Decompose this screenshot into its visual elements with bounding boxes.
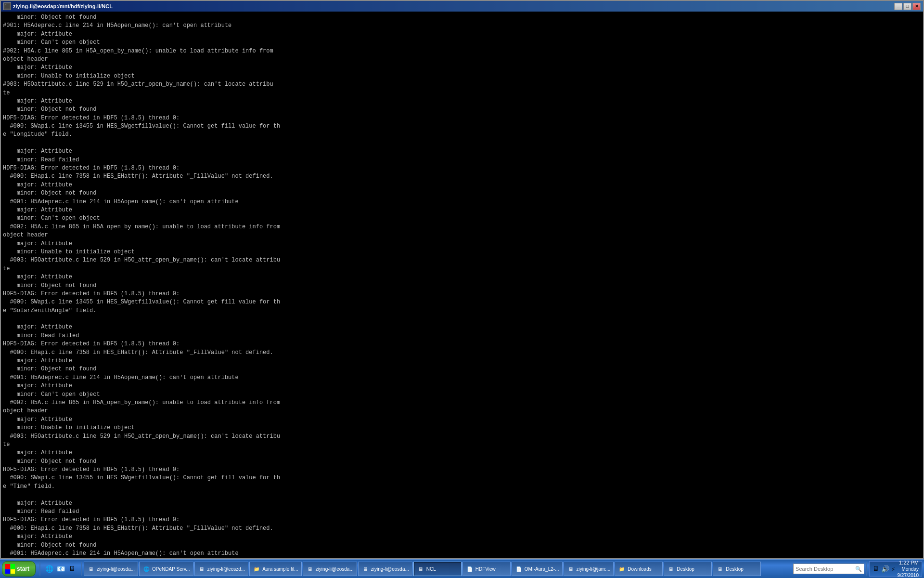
separator-2: [81, 562, 82, 576]
taskbar-item-label: ziying-li@jam:...: [577, 566, 611, 572]
window-title: ziying-li@eosdap:/mnt/hdf/ziying-li/NCL: [13, 3, 113, 9]
clock-time: 1:22 PM: [898, 559, 919, 566]
ql-desktop-icon[interactable]: 🖥: [67, 564, 77, 574]
title-bar-buttons: _ □ ✕: [894, 3, 921, 10]
tray-sound-icon[interactable]: 🔊: [881, 565, 889, 573]
taskbar-item-label: ziying-li@eosda...: [97, 566, 135, 572]
separator-1: [39, 562, 40, 576]
taskbar-item-hdf[interactable]: 📄HDFView: [462, 562, 511, 576]
taskbar-item-label: NCL: [426, 566, 436, 572]
taskbar-item-icon: 🖥: [716, 565, 724, 573]
taskbar-item-icon: 📁: [253, 565, 260, 573]
taskbar-item-icon: 📁: [618, 565, 626, 573]
tray-icons: 🖥 🔊 ⚡: [873, 565, 895, 573]
taskbar-item-term2[interactable]: 🖥ziying-li@eoszd...: [194, 562, 249, 576]
search-icon[interactable]: 🔍: [855, 566, 862, 572]
taskbar-item-label: ziying-li@eosda...: [316, 566, 354, 572]
taskbar-item-label: ziying-li@eosda...: [371, 566, 409, 572]
taskbar-item-label: Aura sample fil...: [262, 566, 298, 572]
taskbar-item-icon: 📄: [515, 565, 523, 573]
taskbar-item-desktop1[interactable]: 🖥Desktop: [664, 562, 712, 576]
taskbar-item-icon: 📄: [466, 565, 474, 573]
taskbar-item-label: Downloads: [628, 566, 651, 572]
taskbar-items: 🖥ziying-li@eosda...🌐OPeNDAP Serv...🖥ziyi…: [84, 562, 792, 576]
search-box[interactable]: 🔍: [793, 564, 864, 574]
taskbar-item-label: HDFView: [475, 566, 496, 572]
taskbar: start 🌐 📧 🖥 🖥ziying-li@eosda...🌐OPeNDAP …: [0, 559, 924, 578]
taskbar-item-label: Desktop: [726, 566, 744, 572]
taskbar-item-term5[interactable]: 🖥ziying-li@jam:...: [564, 562, 614, 576]
taskbar-item-icon: 🖥: [567, 565, 575, 573]
taskbar-item-label: OPeNDAP Serv...: [152, 566, 190, 572]
taskbar-item-file1[interactable]: 📁Aura sample fil...: [249, 562, 301, 576]
taskbar-item-ncl[interactable]: 🖥NCL: [413, 562, 462, 576]
ql-email-icon[interactable]: 📧: [56, 564, 65, 574]
maximize-button[interactable]: □: [903, 3, 911, 10]
taskbar-item-label: OMI-Aura_L2-...: [525, 566, 559, 572]
terminal-window: ⬛ ziying-li@eosdap:/mnt/hdf/ziying-li/NC…: [0, 0, 924, 559]
taskbar-item-icon: 🖥: [87, 565, 95, 573]
taskbar-item-term4[interactable]: 🖥ziying-li@eosda...: [358, 562, 412, 576]
clock[interactable]: 1:22 PM Monday 9/27/2010: [898, 559, 919, 578]
tray-network-icon[interactable]: 🖥: [873, 565, 879, 573]
terminal-icon: ⬛: [3, 2, 11, 10]
quick-launch: 🌐 📧 🖥: [42, 564, 79, 574]
minimize-button[interactable]: _: [894, 3, 902, 10]
windows-logo: [5, 564, 15, 574]
system-tray: 🖥 🔊 ⚡ 1:22 PM Monday 9/27/2010: [869, 561, 922, 577]
start-button[interactable]: start: [2, 561, 36, 577]
search-input[interactable]: [796, 566, 853, 572]
taskbar-item-icon: 🖥: [667, 565, 675, 573]
clock-date: Monday 9/27/2010: [898, 566, 919, 578]
taskbar-item-desktop2[interactable]: 🖥Desktop: [713, 562, 761, 576]
title-bar: ⬛ ziying-li@eosdap:/mnt/hdf/ziying-li/NC…: [1, 1, 923, 12]
taskbar-item-label: Desktop: [677, 566, 694, 572]
taskbar-item-firefox[interactable]: 🌐OPeNDAP Serv...: [139, 562, 193, 576]
tray-power-icon[interactable]: ⚡: [891, 565, 895, 573]
taskbar-item-omi[interactable]: 📄OMI-Aura_L2-...: [512, 562, 563, 576]
taskbar-item-label: ziying-li@eoszd...: [207, 566, 245, 572]
taskbar-item-term1[interactable]: 🖥ziying-li@eosda...: [84, 562, 138, 576]
separator-3: [866, 562, 867, 576]
taskbar-item-icon: 🖥: [417, 565, 424, 573]
taskbar-item-icon: 🖥: [306, 565, 314, 573]
ql-browser-icon[interactable]: 🌐: [44, 564, 54, 574]
taskbar-item-icon: 🌐: [142, 565, 150, 573]
taskbar-item-icon: 🖥: [198, 565, 205, 573]
taskbar-item-icon: 🖥: [361, 565, 369, 573]
title-bar-left: ⬛ ziying-li@eosdap:/mnt/hdf/ziying-li/NC…: [3, 2, 113, 10]
start-label: start: [17, 565, 29, 572]
terminal-content[interactable]: minor: Object not found #001: H5Adeprec.…: [1, 12, 923, 558]
close-button[interactable]: ✕: [912, 3, 921, 10]
taskbar-item-downloads[interactable]: 📁Downloads: [615, 562, 663, 576]
taskbar-item-term3[interactable]: 🖥ziying-li@eosda...: [303, 562, 357, 576]
